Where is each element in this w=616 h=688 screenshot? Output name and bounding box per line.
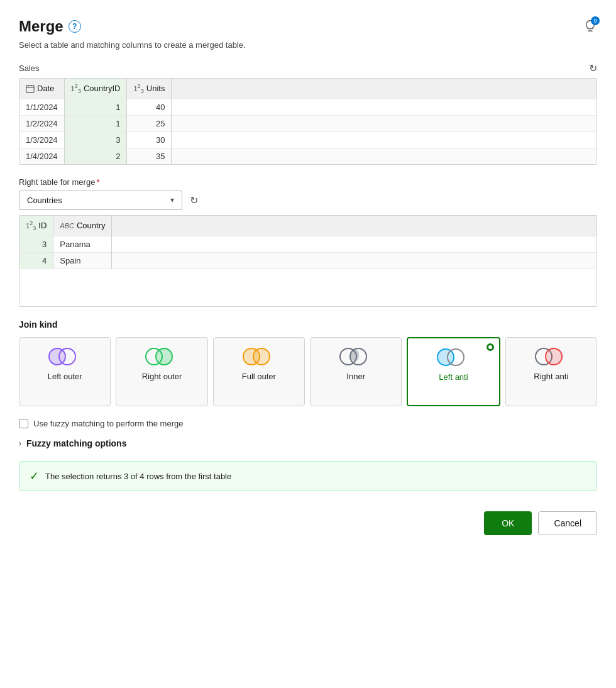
join-cards-container: Left outer Right outer Full outer Inner bbox=[19, 337, 597, 406]
right-table-dropdown[interactable]: Countries ▾ bbox=[19, 191, 182, 210]
inner-icon bbox=[339, 347, 372, 367]
left-anti-icon bbox=[437, 347, 470, 367]
right-table-label: Right table for merge* bbox=[19, 177, 597, 187]
right-outer-icon bbox=[145, 347, 178, 367]
right-table-dropdown-value: Countries bbox=[27, 196, 62, 205]
left-col-date[interactable]: Date bbox=[19, 79, 64, 99]
right-col-id-label: ID bbox=[38, 221, 47, 230]
left-col-date-label: Date bbox=[37, 84, 54, 93]
footer-buttons: OK Cancel bbox=[19, 511, 597, 535]
fuzzy-options-label: Fuzzy matching options bbox=[26, 438, 126, 448]
left-table-name: Sales bbox=[19, 64, 40, 73]
join-card-full-outer[interactable]: Full outer bbox=[213, 337, 305, 406]
info-banner-text: The selection returns 3 of 4 rows from t… bbox=[45, 472, 231, 481]
join-card-left-outer[interactable]: Left outer bbox=[19, 337, 111, 406]
help-icon[interactable]: ? bbox=[69, 20, 81, 33]
fuzzy-matching-label[interactable]: Use fuzzy matching to perform the merge bbox=[33, 419, 183, 428]
inner-label: Inner bbox=[346, 372, 365, 381]
left-table-container: Date 123 CountryID 123 Units bbox=[19, 78, 597, 165]
left-table-row: 1/4/2024 2 35 bbox=[19, 148, 597, 164]
right-outer-label: Right outer bbox=[142, 372, 182, 381]
left-table-row: 1/1/2024 1 40 bbox=[19, 99, 597, 115]
svg-rect-1 bbox=[26, 86, 34, 92]
fuzzy-matching-row: Use fuzzy matching to perform the merge bbox=[19, 419, 597, 428]
right-col-country-label: Country bbox=[77, 221, 106, 230]
left-table-refresh-button[interactable]: ↻ bbox=[589, 62, 597, 74]
fuzzy-matching-checkbox[interactable] bbox=[19, 419, 28, 428]
page-title: Merge bbox=[19, 18, 63, 35]
right-table-row: 4 Spain bbox=[19, 252, 597, 269]
left-table-row: 1/2/2024 1 25 bbox=[19, 115, 597, 131]
full-outer-icon bbox=[243, 347, 275, 367]
right-col-empty bbox=[112, 216, 597, 236]
subtitle-text: Select a table and matching columns to c… bbox=[19, 40, 597, 50]
right-col-id[interactable]: 123 ID bbox=[19, 216, 53, 236]
join-card-inner[interactable]: Inner bbox=[310, 337, 402, 406]
left-col-empty bbox=[172, 79, 597, 99]
selected-dot bbox=[487, 343, 494, 351]
right-table-refresh-button[interactable]: ↻ bbox=[190, 194, 198, 206]
left-col-countryid-label: CountryID bbox=[84, 84, 121, 93]
left-col-units[interactable]: 123 Units bbox=[127, 79, 172, 99]
chevron-down-icon: ▾ bbox=[170, 196, 174, 204]
join-kind-label: Join kind bbox=[19, 319, 597, 330]
right-table-empty-row bbox=[19, 269, 597, 306]
left-col-countryid[interactable]: 123 CountryID bbox=[64, 79, 127, 99]
cancel-button[interactable]: Cancel bbox=[538, 511, 597, 535]
bulb-badge: 9 bbox=[591, 16, 600, 25]
right-anti-icon bbox=[535, 347, 568, 367]
info-banner: ✓ The selection returns 3 of 4 rows from… bbox=[19, 461, 597, 491]
chevron-right-icon: › bbox=[19, 439, 21, 448]
right-col-country[interactable]: ABC Country bbox=[53, 216, 112, 236]
fuzzy-options-row[interactable]: › Fuzzy matching options bbox=[19, 438, 597, 448]
join-card-left-anti[interactable]: Left anti bbox=[407, 337, 500, 406]
ok-button[interactable]: OK bbox=[484, 511, 532, 535]
left-outer-label: Left outer bbox=[48, 372, 82, 381]
right-table-row: 3 Panama bbox=[19, 236, 597, 252]
full-outer-label: Full outer bbox=[242, 372, 276, 381]
right-table: 123 ID ABC Country 3 Panama bbox=[19, 216, 597, 306]
check-circle-icon: ✓ bbox=[30, 469, 39, 483]
join-card-right-anti[interactable]: Right anti bbox=[505, 337, 597, 406]
bulb-icon[interactable]: 9 bbox=[583, 19, 597, 35]
join-card-right-outer[interactable]: Right outer bbox=[116, 337, 207, 406]
right-table-container: 123 ID ABC Country 3 Panama bbox=[19, 215, 597, 307]
left-table-row: 1/3/2024 3 30 bbox=[19, 131, 597, 148]
left-anti-label: Left anti bbox=[439, 372, 468, 382]
right-anti-label: Right anti bbox=[534, 372, 568, 381]
left-table: Date 123 CountryID 123 Units bbox=[19, 79, 597, 164]
left-outer-icon bbox=[48, 347, 81, 367]
left-col-units-label: Units bbox=[146, 84, 165, 93]
